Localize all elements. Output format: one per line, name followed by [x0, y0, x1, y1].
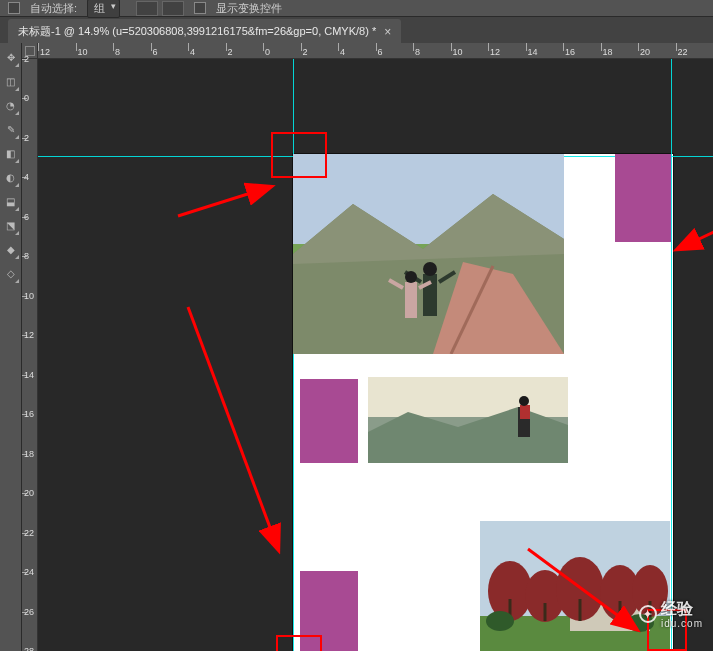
- tool-strip: ✥ ◫ ◔ ✎ ◧ ◐ ⬓ ⬔ ◆ ◇: [0, 43, 22, 651]
- ruler-tick-label: 8: [24, 251, 29, 261]
- edit-area: 12108642024681012141618202224 2024681012…: [22, 43, 713, 651]
- scope-dropdown[interactable]: 组: [87, 0, 120, 18]
- tool-button[interactable]: ⬓: [2, 190, 20, 212]
- ruler-tick-label: 0: [24, 93, 29, 103]
- magenta-block[interactable]: [615, 154, 671, 242]
- ruler-tick-label: 0: [265, 47, 270, 57]
- ruler-tick-label: 22: [678, 47, 688, 57]
- ruler-tick-label: 2: [24, 54, 29, 64]
- ruler-tick-label: 12: [490, 47, 500, 57]
- ruler-tick-label: 20: [24, 488, 34, 498]
- svg-point-33: [486, 611, 514, 631]
- watermark: ✦ 经验 idu.com: [639, 599, 703, 629]
- document-tab[interactable]: 未标题-1 @ 14.9% (u=520306808,3991216175&fm…: [8, 19, 401, 43]
- ruler-tick-label: 2: [303, 47, 308, 57]
- svg-rect-10: [405, 282, 417, 318]
- ruler-tick-label: 2: [228, 47, 233, 57]
- svg-rect-18: [520, 405, 530, 419]
- ruler-tick-label: 20: [640, 47, 650, 57]
- show-transform-label: 显示变换控件: [216, 1, 282, 16]
- ruler-tick-label: 22: [24, 528, 34, 538]
- ruler-tick-label: 8: [415, 47, 420, 57]
- ruler-tick-label: 14: [528, 47, 538, 57]
- align-button-1[interactable]: [136, 1, 158, 16]
- ruler-tick-label: 16: [24, 409, 34, 419]
- tool-button[interactable]: ◇: [2, 262, 20, 284]
- guide-vertical[interactable]: [293, 59, 294, 651]
- align-buttons-group: [136, 1, 184, 16]
- ruler-tick-label: 2: [24, 133, 29, 143]
- ruler-tick-label: 12: [24, 330, 34, 340]
- ruler-tick-label: 24: [24, 567, 34, 577]
- ruler-tick-label: 12: [40, 47, 50, 57]
- svg-point-19: [519, 396, 529, 406]
- tool-button[interactable]: ✎: [2, 118, 20, 140]
- tool-button[interactable]: ◫: [2, 70, 20, 92]
- ruler-tick-label: 4: [190, 47, 195, 57]
- ruler-tick-label: 10: [453, 47, 463, 57]
- tool-button[interactable]: ◐: [2, 166, 20, 188]
- ruler-tick-label: 18: [24, 449, 34, 459]
- tool-button[interactable]: ◆: [2, 238, 20, 260]
- ruler-tick-label: 4: [24, 172, 29, 182]
- document-tab-bar: 未标题-1 @ 14.9% (u=520306808,3991216175&fm…: [0, 17, 713, 43]
- canvas-viewport[interactable]: ✦ 经验 idu.com: [38, 59, 713, 651]
- auto-select-checkbox[interactable]: [8, 2, 20, 14]
- magenta-block[interactable]: [300, 379, 358, 463]
- guide-vertical[interactable]: [671, 59, 672, 651]
- ruler-tick-label: 6: [378, 47, 383, 57]
- tool-button[interactable]: ◧: [2, 142, 20, 164]
- magenta-block[interactable]: [300, 571, 358, 651]
- ruler-tick-label: 4: [340, 47, 345, 57]
- annotation-arrow: [188, 307, 278, 549]
- ruler-tick-label: 6: [153, 47, 158, 57]
- ruler-tick-label: 18: [603, 47, 613, 57]
- watermark-subtitle: idu.com: [661, 618, 703, 629]
- show-transform-checkbox[interactable]: [194, 2, 206, 14]
- align-button-2[interactable]: [162, 1, 184, 16]
- watermark-icon: ✦: [639, 605, 657, 623]
- svg-point-11: [405, 271, 417, 283]
- watermark-title: 经验: [661, 600, 693, 617]
- close-icon[interactable]: ×: [384, 25, 391, 39]
- ruler-tick-label: 8: [115, 47, 120, 57]
- ruler-tick-label: 10: [78, 47, 88, 57]
- annotation-arrow: [678, 229, 713, 249]
- tool-button[interactable]: ✥: [2, 46, 20, 68]
- auto-select-label: 自动选择:: [30, 1, 77, 16]
- ruler-tick-label: 28: [24, 646, 34, 651]
- ruler-tick-label: 6: [24, 212, 29, 222]
- photo-layer[interactable]: [293, 154, 564, 354]
- tool-button[interactable]: ⬔: [2, 214, 20, 236]
- workspace: ✥ ◫ ◔ ✎ ◧ ◐ ⬓ ⬔ ◆ ◇ 12108642024681012141…: [0, 43, 713, 651]
- ruler-tick-label: 10: [24, 291, 34, 301]
- document-tab-title: 未标题-1 @ 14.9% (u=520306808,3991216175&fm…: [18, 24, 376, 39]
- ruler-tick-label: 16: [565, 47, 575, 57]
- ruler-tick-label: 26: [24, 607, 34, 617]
- annotation-arrow: [178, 187, 270, 216]
- ruler-tick-label: 14: [24, 370, 34, 380]
- photo-layer[interactable]: [480, 521, 670, 651]
- ruler-left[interactable]: 20246810121416182022242628: [22, 59, 38, 651]
- tool-button[interactable]: ◔: [2, 94, 20, 116]
- photo-layer[interactable]: [368, 377, 568, 463]
- svg-point-7: [423, 262, 437, 276]
- options-bar: 自动选择: 组 显示变换控件: [0, 0, 713, 17]
- ruler-top[interactable]: 12108642024681012141618202224: [38, 43, 713, 59]
